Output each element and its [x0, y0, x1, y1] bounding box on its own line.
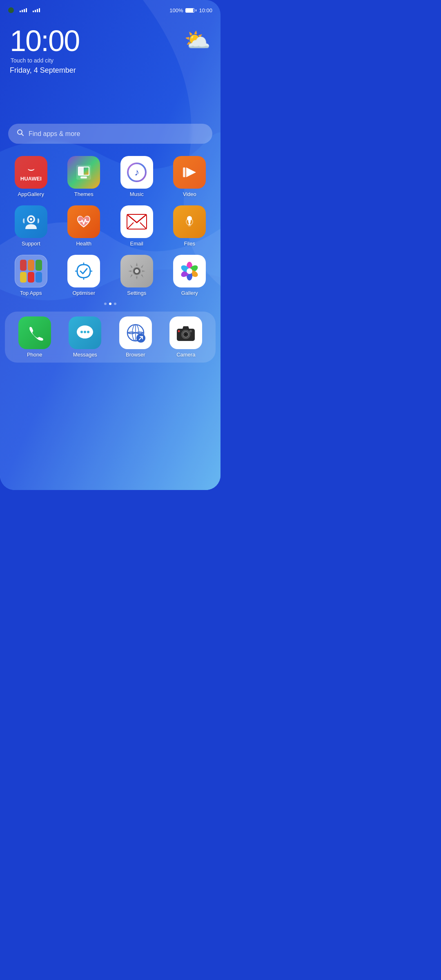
gallery-icon	[173, 255, 206, 287]
phone-label: Phone	[27, 352, 42, 358]
clock-city-prompt[interactable]: Touch to add city	[11, 57, 79, 64]
status-bar: 100% 10:00	[0, 0, 220, 18]
svg-point-50	[178, 330, 180, 332]
svg-point-15	[30, 218, 32, 220]
svg-line-2	[22, 134, 24, 136]
page-dot-1[interactable]	[104, 303, 107, 305]
music-label: Music	[130, 191, 144, 197]
weather-icon[interactable]: ⛅	[184, 29, 211, 51]
dock-phone[interactable]: Phone	[11, 316, 58, 358]
battery-icon	[185, 8, 196, 13]
settings-label: Settings	[127, 290, 146, 296]
app-email[interactable]: Email	[112, 205, 161, 247]
app-topapps[interactable]: Top Apps	[7, 255, 56, 296]
video-icon	[173, 156, 206, 189]
battery-percent: 100%	[169, 7, 183, 13]
page-dot-2[interactable]	[109, 303, 111, 305]
dock-browser[interactable]: Browser	[112, 316, 159, 358]
svg-point-35	[80, 331, 83, 333]
health-label: Health	[76, 241, 91, 247]
dock-messages[interactable]: Messages	[62, 316, 109, 358]
status-right: 100% 10:00	[169, 7, 212, 13]
search-icon	[16, 129, 24, 139]
dock: Phone Messages	[5, 312, 216, 363]
app-grid: ⌣ HUAWEI AppGallery	[0, 156, 220, 296]
app-support[interactable]: Support	[7, 205, 56, 247]
search-bar[interactable]: Find apps & more	[8, 124, 212, 144]
svg-point-48	[185, 334, 187, 335]
svg-point-37	[87, 331, 89, 333]
app-appgallery[interactable]: ⌣ HUAWEI AppGallery	[7, 156, 56, 197]
svg-point-32	[187, 268, 192, 274]
video-label: Video	[183, 191, 196, 197]
clock-time: 10:00	[10, 26, 79, 56]
themes-icon	[67, 156, 100, 189]
gallery-label: Gallery	[181, 290, 198, 296]
clock-area: 10:00 Touch to add city Friday, 4 Septem…	[0, 18, 220, 75]
svg-rect-6	[80, 176, 87, 178]
clock-left: 10:00 Touch to add city Friday, 4 Septem…	[10, 26, 79, 75]
support-label: Support	[22, 241, 40, 247]
camera-notch	[8, 7, 14, 13]
app-music[interactable]: ♪ Music	[112, 156, 161, 197]
status-time: 10:00	[199, 7, 212, 13]
search-placeholder: Find apps & more	[29, 130, 80, 138]
files-icon	[173, 205, 206, 238]
app-themes[interactable]: Themes	[60, 156, 109, 197]
phone-icon	[18, 316, 51, 349]
health-icon	[67, 205, 100, 238]
appgallery-label: AppGallery	[18, 191, 44, 197]
app-settings[interactable]: Settings	[112, 255, 161, 296]
signal-bars-1	[20, 8, 27, 12]
clock-date: Friday, 4 September	[10, 66, 79, 75]
app-optimiser[interactable]: Optimiser	[60, 255, 109, 296]
svg-point-25	[135, 269, 139, 273]
app-gallery[interactable]: Gallery	[165, 255, 214, 296]
home-screen: 100% 10:00 10:00 Touch to add city Frida…	[0, 0, 220, 490]
messages-icon	[69, 316, 101, 349]
app-video[interactable]: Video	[165, 156, 214, 197]
svg-text:♪: ♪	[134, 167, 139, 178]
messages-label: Messages	[73, 352, 97, 358]
settings-icon	[120, 255, 153, 287]
email-label: Email	[130, 241, 143, 247]
camera-icon	[169, 316, 202, 349]
music-icon: ♪	[120, 156, 153, 189]
topapps-label: Top Apps	[20, 290, 42, 296]
app-health[interactable]: Health	[60, 205, 109, 247]
huawei-label: HUAWEI	[20, 176, 42, 182]
topapps-icon	[15, 255, 47, 287]
themes-label: Themes	[74, 191, 94, 197]
svg-point-49	[189, 330, 192, 332]
support-icon	[15, 205, 47, 238]
svg-rect-7	[79, 167, 84, 175]
email-icon	[120, 205, 153, 238]
browser-label: Browser	[126, 352, 145, 358]
optimiser-icon	[67, 255, 100, 287]
signal-bars-2	[33, 8, 40, 12]
svg-point-36	[84, 331, 86, 333]
status-left	[8, 7, 40, 13]
files-label: Files	[184, 241, 195, 247]
page-indicators	[0, 303, 220, 305]
browser-icon	[119, 316, 152, 349]
svg-rect-12	[183, 167, 185, 177]
optimiser-label: Optimiser	[72, 290, 95, 296]
appgallery-icon: ⌣ HUAWEI	[15, 156, 47, 189]
dock-camera[interactable]: Camera	[163, 316, 209, 358]
svg-marker-11	[186, 167, 196, 177]
page-dot-3[interactable]	[114, 303, 116, 305]
app-files[interactable]: Files	[165, 205, 214, 247]
camera-label: Camera	[176, 352, 195, 358]
